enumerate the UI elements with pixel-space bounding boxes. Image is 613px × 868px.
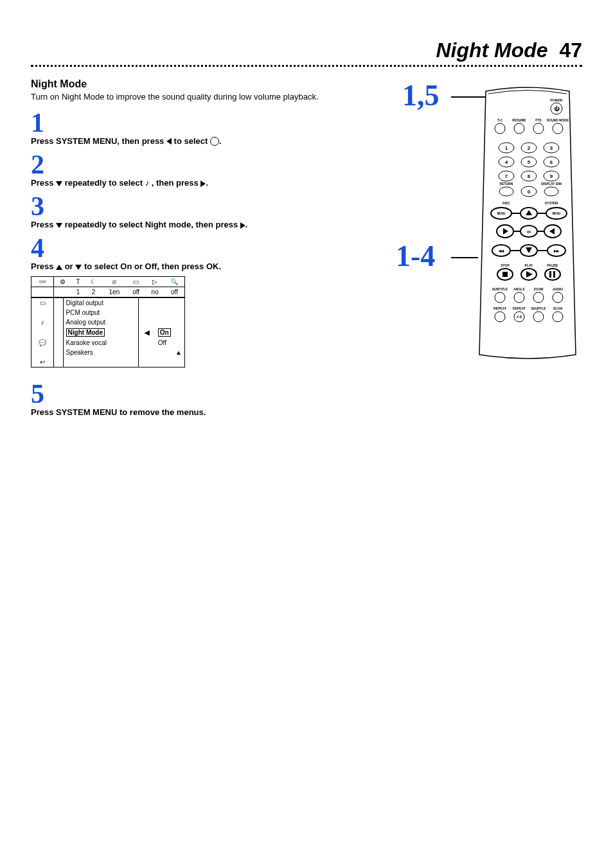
step-4-pre: Press <box>31 261 56 271</box>
step-4-post: to select On or Off, then press OK. <box>84 261 221 271</box>
remote-shuffle-label: SHUFFLE <box>531 306 546 310</box>
svg-text:RETURN: RETURN <box>500 182 513 186</box>
step-5-number: 5 <box>31 380 377 407</box>
svg-rect-55 <box>502 272 508 277</box>
step-4-text: Press or to select On or Off, then press… <box>31 261 377 271</box>
right-arrow-icon <box>240 222 245 229</box>
divider-dotted <box>31 65 582 67</box>
remote-resume-label: RESUME <box>512 118 526 122</box>
step-3-number: 3 <box>31 193 377 220</box>
osd-row-nightmode: Night Mode <box>66 328 105 337</box>
remote-system-label: SYSTEM <box>545 201 558 205</box>
right-arrow-icon <box>200 181 206 187</box>
remote-angle-label: ANGLE <box>513 287 525 291</box>
svg-text:8: 8 <box>528 173 531 179</box>
section-intro: Turn on Night Mode to improve the sound … <box>31 91 377 103</box>
svg-text:◂◂: ◂◂ <box>498 248 504 254</box>
svg-text:1: 1 <box>505 145 508 151</box>
osd-top-row: 👓 ⚙T☾⎚▭▷🔍 1 2 1en off no off <box>31 277 184 297</box>
osd-val-2: 2 <box>85 287 102 297</box>
step-1-number: 1 <box>31 109 377 136</box>
remote-soundmode-label: SOUND MODE <box>547 118 569 122</box>
svg-rect-59 <box>549 271 551 278</box>
step-2-post: , then press <box>152 178 201 188</box>
svg-text:MENU: MENU <box>552 212 560 215</box>
remote-audio-label: AUDIO <box>553 287 563 291</box>
remote-disc-label: DISC <box>502 201 510 205</box>
step-4-mid: or <box>65 261 76 271</box>
step-2-mid: repeatedly to select <box>65 178 145 188</box>
down-arrow-icon <box>56 181 62 186</box>
svg-text:OK: OK <box>527 231 532 234</box>
gear-icon <box>210 137 219 146</box>
callout-1-4: 1-4 <box>396 239 435 273</box>
svg-text:3: 3 <box>550 145 553 151</box>
up-arrow-icon <box>56 265 62 270</box>
osd-row-pcm: PCM output <box>63 308 138 317</box>
step-2-text: Press repeatedly to select ♪ , then pres… <box>31 178 377 188</box>
step-4-number: 4 <box>31 235 377 261</box>
svg-text:9: 9 <box>550 173 553 179</box>
svg-text:0: 0 <box>528 189 531 195</box>
osd-opt-off: Off <box>155 338 184 348</box>
page-header: Night Mode 47 <box>31 39 582 62</box>
remote-stop-label: STOP <box>501 263 510 267</box>
callout-1-5: 1,5 <box>402 78 440 112</box>
osd-row-speakers: Speakers <box>63 348 138 357</box>
step-3-text: Press repeatedly to select Night mode, t… <box>31 220 377 229</box>
remote-play-label: PLAY <box>525 263 534 267</box>
osd-row-digital: Digital output <box>63 298 138 308</box>
remote-repeat-label: REPEAT <box>493 306 506 310</box>
svg-text:A-B: A-B <box>517 315 522 319</box>
remote-pause-label: PAUSE <box>547 263 559 267</box>
note-icon: ♪ <box>145 178 150 188</box>
osd-opt-on: On <box>158 328 171 337</box>
remote-power-label: POWER <box>551 98 563 102</box>
osd-val-6: off <box>164 287 184 297</box>
step-2-number: 2 <box>31 151 377 178</box>
section-heading: Night Mode <box>31 78 377 90</box>
left-arrow-icon <box>166 138 172 145</box>
osd-val-1: 1 <box>71 287 85 297</box>
osd-panel: 👓 ⚙T☾⎚▭▷🔍 1 2 1en off no off <box>31 276 185 368</box>
header-title: Night Mode <box>436 39 547 62</box>
osd-val-5: no <box>145 287 164 297</box>
step-3-pre: Press <box>31 220 56 229</box>
remote-fts-label: FTS <box>535 118 542 122</box>
svg-text:DISPLAY DIM: DISPLAY DIM <box>541 182 562 186</box>
down-arrow-icon <box>56 223 62 228</box>
step-3-mid: repeatedly to select Night mode, then pr… <box>65 220 240 229</box>
page-number: 47 <box>559 39 582 62</box>
osd-val-3: 1en <box>102 287 127 297</box>
remote-zoom-label: ZOOM <box>534 287 544 291</box>
step-1-text: Press SYSTEM MENU, then press to select … <box>31 136 377 146</box>
svg-text:⏻: ⏻ <box>554 105 560 112</box>
osd-body: ▭Digital output PCM output ♪Analog outpu… <box>31 297 184 367</box>
step-2-pre: Press <box>31 178 56 188</box>
remote-scan-label: SCAN <box>553 306 563 310</box>
svg-text:7: 7 <box>505 173 508 179</box>
remote-repeat-ab-label: REPEAT <box>513 306 526 310</box>
svg-text:6: 6 <box>550 159 553 165</box>
svg-text:▸▸: ▸▸ <box>553 248 560 254</box>
step-1-post: to select <box>174 136 210 146</box>
svg-text:5: 5 <box>528 159 531 165</box>
down-arrow-icon <box>75 265 82 270</box>
svg-text:4: 4 <box>505 159 508 165</box>
step-5-text: Press SYSTEM MENU to remove the menus. <box>31 407 377 417</box>
osd-val-4: off <box>127 287 145 297</box>
svg-text:MENU: MENU <box>497 212 505 215</box>
remote-subtitle-label: SUBTITLE <box>492 287 508 291</box>
remote-tc-label: T-C <box>497 118 502 122</box>
step-1-pre: Press SYSTEM MENU, then press <box>31 136 166 146</box>
remote-control-illustration: POWER ⏻ T-C RESUME FTS SOUND MODE 1 2 3 <box>473 85 582 361</box>
svg-rect-60 <box>553 271 555 278</box>
svg-text:2: 2 <box>528 145 531 151</box>
osd-row-analog: Analog output <box>63 317 138 327</box>
main-column: Night Mode Turn on Night Mode to improve… <box>31 78 389 421</box>
osd-row-karaoke: Karaoke vocal <box>63 338 138 348</box>
